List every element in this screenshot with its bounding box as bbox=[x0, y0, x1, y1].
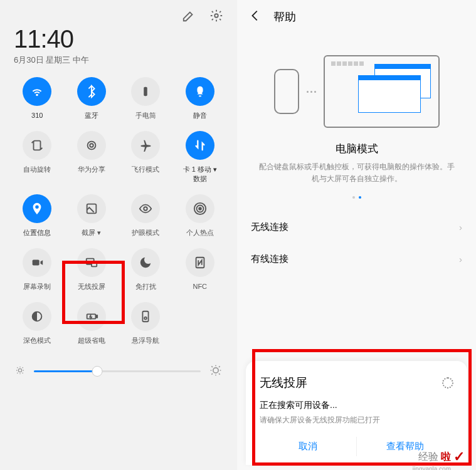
watermark: 经验啦 ✓ bbox=[418, 449, 465, 465]
tile-wireless-cast[interactable]: 无线投屏 bbox=[65, 248, 119, 291]
tile-mute[interactable]: 静音 bbox=[173, 77, 228, 120]
svg-rect-3 bbox=[34, 141, 41, 150]
chevron-right-icon: › bbox=[459, 222, 462, 232]
edit-icon[interactable] bbox=[182, 9, 196, 25]
mode-description: 配合键盘鼠标或手机触控板，可获得电脑般的操作体验。手机与大屏可各自独立操作。 bbox=[256, 161, 457, 185]
tile-auto-rotate[interactable]: 自动旋转 bbox=[10, 131, 65, 183]
list-item-wireless[interactable]: 无线连接 › bbox=[237, 211, 476, 243]
connection-dots-icon bbox=[307, 91, 316, 93]
tile-hotspot[interactable]: 个人热点 bbox=[173, 194, 228, 237]
brightness-high-icon bbox=[209, 364, 222, 379]
card-title: 无线投屏 bbox=[260, 375, 307, 391]
svg-rect-2 bbox=[199, 95, 201, 97]
brightness-slider[interactable] bbox=[34, 370, 201, 372]
tile-eye-comfort[interactable]: 护眼模式 bbox=[119, 194, 173, 237]
tile-flashlight[interactable]: 手电筒 bbox=[119, 77, 173, 120]
svg-point-4 bbox=[90, 144, 93, 148]
svg-rect-11 bbox=[33, 260, 40, 266]
tile-mobile-data[interactable]: 卡 1 移动 ▾ 数据 bbox=[173, 131, 228, 183]
svg-rect-13 bbox=[92, 262, 97, 266]
svg-point-19 bbox=[144, 317, 147, 320]
tile-do-not-disturb[interactable]: 免打扰 bbox=[119, 248, 173, 291]
monitor-illustration-icon bbox=[324, 55, 440, 128]
tile-float-nav[interactable]: 悬浮导航 bbox=[119, 302, 173, 345]
back-arrow-icon[interactable] bbox=[248, 9, 262, 25]
tile-wifi[interactable]: 310 bbox=[10, 77, 65, 120]
brightness-slider-row bbox=[0, 345, 237, 379]
card-status: 正在搜索可用设备... bbox=[260, 400, 453, 411]
quick-settings-panel: 11:40 6月30日 星期三 中午 310 蓝牙 手电筒 静音 自动旋转 华为… bbox=[0, 0, 237, 470]
phone-illustration-icon bbox=[274, 69, 299, 114]
tile-bluetooth[interactable]: 蓝牙 bbox=[65, 77, 119, 120]
list-item-wired[interactable]: 有线连接 › bbox=[237, 243, 476, 275]
cancel-button[interactable]: 取消 bbox=[260, 437, 356, 456]
tile-huawei-share[interactable]: 华为分享 bbox=[65, 131, 119, 183]
tile-dark-mode[interactable]: 深色模式 bbox=[10, 302, 65, 345]
mode-title: 电脑模式 bbox=[256, 142, 457, 156]
clock-time: 11:40 bbox=[14, 25, 223, 53]
tile-airplane[interactable]: 飞行模式 bbox=[119, 131, 173, 183]
svg-rect-1 bbox=[144, 87, 148, 97]
svg-point-7 bbox=[144, 207, 148, 211]
tile-location[interactable]: 位置信息 bbox=[10, 194, 65, 237]
loading-spinner-icon bbox=[442, 377, 453, 389]
chevron-right-icon: › bbox=[459, 254, 462, 264]
tile-screen-record[interactable]: 屏幕录制 bbox=[10, 248, 65, 291]
watermark-domain: jingyanla.com bbox=[413, 466, 451, 470]
svg-point-20 bbox=[18, 368, 21, 372]
tile-super-battery[interactable]: 超级省电 bbox=[65, 302, 119, 345]
card-hint: 请确保大屏设备无线投屏功能已打开 bbox=[260, 415, 453, 426]
svg-rect-17 bbox=[96, 316, 97, 318]
svg-point-0 bbox=[214, 14, 218, 18]
help-illustration bbox=[237, 34, 476, 138]
svg-point-21 bbox=[213, 368, 218, 373]
brightness-low-icon bbox=[15, 365, 25, 378]
svg-point-5 bbox=[87, 142, 95, 150]
page-indicator bbox=[237, 196, 476, 211]
quick-settings-grid: 310 蓝牙 手电筒 静音 自动旋转 华为分享 飞行模式 卡 1 移动 ▾ 数据… bbox=[0, 72, 237, 345]
settings-gear-icon[interactable] bbox=[209, 9, 223, 25]
svg-point-8 bbox=[199, 207, 201, 210]
help-page-title: 帮助 bbox=[273, 9, 296, 24]
tile-nfc[interactable]: NFC bbox=[173, 248, 228, 291]
tile-screenshot[interactable]: 截屏 ▾ bbox=[65, 194, 119, 237]
clock-date: 6月30日 星期三 中午 bbox=[14, 55, 223, 66]
help-panel: 帮助 电脑模式 配合键盘鼠标或手机触控板，可获得电脑般的操作体验。手机与大屏可各… bbox=[237, 0, 476, 470]
